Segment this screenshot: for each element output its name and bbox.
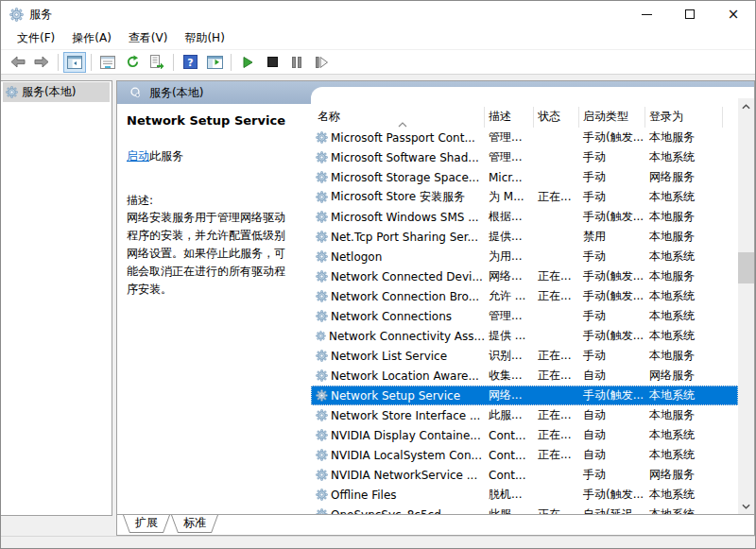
service-gear-icon xyxy=(316,409,328,421)
toolbar-separator xyxy=(58,54,59,71)
service-gear-icon xyxy=(316,330,326,342)
gear-outline-icon xyxy=(129,86,142,99)
table-row[interactable]: Microsoft Windows SMS ... 根据... 手动(触发...… xyxy=(311,207,738,227)
toolbar: ? xyxy=(1,50,755,75)
tab-extended[interactable]: 扩展 xyxy=(123,515,170,533)
maximize-icon[interactable] xyxy=(668,1,712,27)
scrollbar-thumb[interactable] xyxy=(738,252,754,283)
close-icon[interactable]: × xyxy=(712,1,755,27)
table-row[interactable]: Offline Files 脱机... 手动(触发... 本地系统 xyxy=(311,485,738,505)
service-gear-icon xyxy=(316,429,328,441)
title-bar[interactable]: 服务 × xyxy=(1,1,755,27)
table-row[interactable]: Microsoft Store 安装服务 为 M... 正在... 手动 本地系… xyxy=(311,187,738,207)
tree-item-label: 服务(本地) xyxy=(22,84,76,100)
description-label: 描述: xyxy=(127,193,296,209)
scroll-up-icon[interactable] xyxy=(738,98,754,114)
description-text: 网络安装服务用于管理网络驱动程序的安装，并允许配置低级别网络设置。如果停止此服务… xyxy=(127,209,296,299)
vertical-scrollbar[interactable] xyxy=(738,98,754,514)
column-header-logon-as[interactable]: 登录为 xyxy=(645,107,723,128)
column-header-description[interactable]: 描述 xyxy=(485,107,534,128)
service-gear-icon xyxy=(316,290,328,302)
service-gear-icon xyxy=(316,369,328,382)
refresh-icon[interactable] xyxy=(121,52,144,73)
services-list: 名称 描述 状态 启动类型 登录为 Microsoft Passport Con… xyxy=(311,87,754,514)
restart-service-icon[interactable] xyxy=(310,52,333,73)
column-header-name[interactable]: 名称 xyxy=(311,107,485,128)
list-header: 名称 描述 状态 启动类型 登录为 xyxy=(311,87,754,128)
table-row[interactable]: Network Connectivity Ass... 提供 ... 手动(触发… xyxy=(311,326,738,346)
show-console-tree-icon[interactable] xyxy=(63,52,86,73)
table-row[interactable]: Network Location Aware... 收集... 正在... 自动… xyxy=(311,366,738,386)
table-row[interactable]: Network Setup Service 网络... 手动(触发... 本地系… xyxy=(311,386,738,405)
service-gear-icon xyxy=(316,508,328,514)
start-service-icon[interactable] xyxy=(236,52,259,73)
selected-service-title: Network Setup Service xyxy=(127,113,296,128)
table-row[interactable]: Microsoft Storage Space... Micr... 手动 网络… xyxy=(311,167,738,187)
services-window: 服务 × 文件(F) 操作(A) 查看(V) 帮助(H) xyxy=(0,0,756,549)
service-gear-icon xyxy=(316,489,328,501)
tab-standard[interactable]: 标准 xyxy=(171,515,218,533)
service-gear-icon xyxy=(316,350,328,362)
services-panel: 服务(本地) Network Setup Service 启动此服务 描述: 网… xyxy=(116,80,755,536)
service-gear-icon xyxy=(316,191,328,203)
start-service-suffix: 此服务 xyxy=(149,149,183,163)
service-gear-icon xyxy=(316,270,328,283)
toolbar-separator xyxy=(231,54,232,71)
table-row[interactable]: Network Connection Bro... 允许 ... 正在... 手… xyxy=(311,286,738,306)
service-gear-icon xyxy=(316,449,328,461)
gear-app-icon xyxy=(9,8,24,22)
table-row[interactable]: OneSyncSvc_8c5cd 此服... 正在... 自动(延迟... 本地… xyxy=(311,505,738,514)
help-icon[interactable]: ? xyxy=(179,52,201,73)
pause-service-icon[interactable] xyxy=(285,52,308,73)
menu-view[interactable]: 查看(V) xyxy=(120,27,177,49)
window-title: 服务 xyxy=(29,7,52,23)
list-body: Microsoft Passport Cont... 管理... 手动(触发..… xyxy=(311,128,738,514)
table-row[interactable]: Netlogon 为用... 手动 本地系统 xyxy=(311,247,738,266)
scroll-down-icon[interactable] xyxy=(738,498,754,514)
service-gear-icon xyxy=(316,389,328,402)
table-row[interactable]: Network Connections 管理... 手动 本地系统 xyxy=(311,306,738,326)
service-gear-icon xyxy=(316,231,328,243)
gear-icon xyxy=(6,86,18,98)
export-list-icon[interactable] xyxy=(146,52,168,73)
service-gear-icon xyxy=(316,310,328,322)
service-gear-icon xyxy=(316,171,328,183)
properties-icon[interactable] xyxy=(96,52,119,73)
panel-header-title: 服务(本地) xyxy=(149,85,203,101)
service-gear-icon xyxy=(316,469,328,481)
table-row[interactable]: Net.Tcp Port Sharing Ser... 提供... 禁用 本地服… xyxy=(311,227,738,247)
toolbar-separator xyxy=(91,54,92,71)
menu-file[interactable]: 文件(F) xyxy=(9,27,63,49)
main-area: 服务(本地) 服务(本地) Network Setup Service 启动此服… xyxy=(1,75,755,536)
table-row[interactable]: Network List Service 识别... 正在... 手动 本地服务 xyxy=(311,346,738,366)
service-gear-icon xyxy=(316,151,328,163)
service-gear-icon xyxy=(316,131,328,144)
start-service-link[interactable]: 启动 xyxy=(127,149,149,163)
menu-bar: 文件(F) 操作(A) 查看(V) 帮助(H) xyxy=(1,27,755,50)
forward-arrow-icon[interactable] xyxy=(30,52,53,73)
table-row[interactable]: Network Connected Devi... 网络... 正在... 手动… xyxy=(311,266,738,286)
table-row[interactable]: NVIDIA LocalSystem Con... Cont... 正在... … xyxy=(311,445,738,465)
table-row[interactable]: Microsoft Passport Cont... 管理... 手动(触发..… xyxy=(311,128,738,147)
status-bar xyxy=(1,536,755,548)
service-gear-icon xyxy=(316,211,328,223)
minimize-icon[interactable] xyxy=(625,1,668,27)
table-row[interactable]: Microsoft Software Shad... 管理... 手动 本地系统 xyxy=(311,147,738,167)
table-row[interactable]: NVIDIA Display Containe... Cont... 正在...… xyxy=(311,425,738,445)
view-tab-strip: 扩展 标准 xyxy=(117,515,754,535)
table-row[interactable]: Network Store Interface ... 此服... 正在... … xyxy=(311,405,738,425)
show-hide-action-pane-icon[interactable] xyxy=(203,52,226,73)
column-header-status[interactable]: 状态 xyxy=(534,107,579,128)
menu-action[interactable]: 操作(A) xyxy=(63,27,120,49)
start-service-line: 启动此服务 xyxy=(127,148,296,164)
tree-item-services-local[interactable]: 服务(本地) xyxy=(3,82,110,102)
menu-help[interactable]: 帮助(H) xyxy=(176,27,232,49)
stop-service-icon[interactable] xyxy=(261,52,284,73)
toolbar-separator xyxy=(173,54,174,71)
content-row: Network Setup Service 启动此服务 描述: 网络安装服务用于… xyxy=(117,104,754,515)
back-arrow-icon[interactable] xyxy=(6,52,28,73)
table-row[interactable]: NVIDIA NetworkService ... Cont... 手动 网络服… xyxy=(311,465,738,485)
column-header-startup-type[interactable]: 启动类型 xyxy=(579,107,645,128)
service-detail-pane: Network Setup Service 启动此服务 描述: 网络安装服务用于… xyxy=(117,104,311,514)
console-tree-pane: 服务(本地) xyxy=(1,80,112,516)
